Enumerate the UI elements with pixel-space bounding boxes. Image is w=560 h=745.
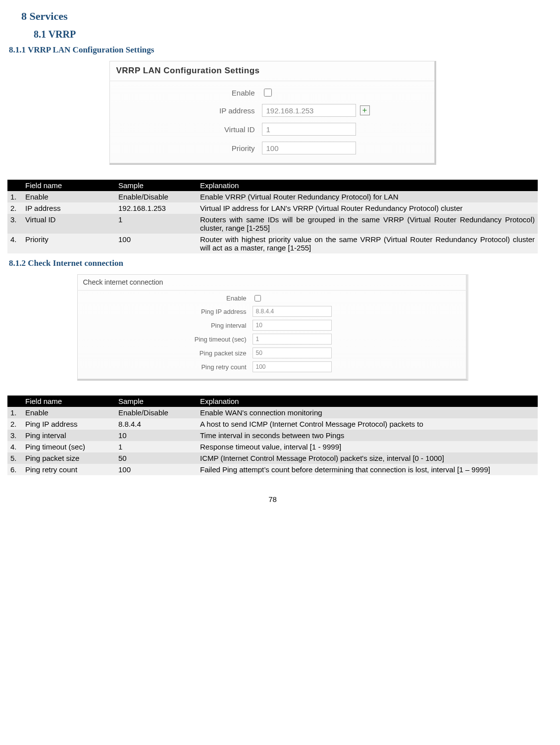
- col-header-num: [7, 396, 22, 407]
- table-cell: 3.: [7, 214, 22, 234]
- enable-checkbox[interactable]: [264, 89, 272, 97]
- table-cell: 4.: [7, 234, 22, 253]
- ping-ip-input[interactable]: [253, 306, 332, 317]
- table-cell: 50: [115, 452, 197, 464]
- table-row: 3.Ping interval10Time interval in second…: [7, 430, 538, 441]
- vrrp-config-panel: VRRP LAN Configuration Settings Enable I…: [109, 61, 436, 165]
- enable-label: Enable: [116, 89, 262, 97]
- panel-title: Check internet connection: [77, 274, 466, 291]
- table-row: 1.EnableEnable/DisableEnable VRRP (Virtu…: [7, 191, 538, 202]
- col-header-value: Sample: [115, 180, 197, 191]
- ping-timeout-input[interactable]: [253, 334, 332, 345]
- table-row: 3.Virtual ID1Routers with same IDs will …: [7, 214, 538, 234]
- table-cell: Ping interval: [22, 430, 115, 441]
- table-cell: 100: [115, 234, 197, 253]
- table-cell: ICMP (Internet Control Message Protocol)…: [197, 452, 538, 464]
- table-cell: Enable/Disable: [115, 191, 197, 202]
- ping-interval-input[interactable]: [253, 320, 332, 331]
- table-cell: 6.: [7, 464, 22, 475]
- enable-checkbox[interactable]: [255, 295, 261, 301]
- col-header-num: [7, 180, 22, 191]
- table-cell: Enable VRRP (Virtual Router Redundancy P…: [197, 191, 538, 202]
- priority-label: Priority: [116, 144, 262, 152]
- ping-packet-size-input[interactable]: [253, 348, 332, 358]
- table-cell: Ping packet size: [22, 452, 115, 464]
- enable-label: Enable: [83, 295, 253, 302]
- table-cell: Enable/Disable: [115, 407, 197, 418]
- table-cell: 3.: [7, 430, 22, 441]
- ping-retry-input[interactable]: [253, 361, 332, 372]
- section-heading-1: 8 Services: [21, 10, 538, 23]
- virtual-id-input[interactable]: [262, 123, 356, 136]
- ip-address-label: IP address: [116, 106, 262, 115]
- table-cell: Enable: [22, 407, 115, 418]
- table-cell: 1.: [7, 407, 22, 418]
- table-row: 6.Ping retry count100Failed Ping attempt…: [7, 464, 538, 475]
- table-cell: 1: [115, 441, 197, 452]
- table-cell: Routers with same IDs will be grouped in…: [197, 214, 538, 234]
- table-cell: Enable: [22, 191, 115, 202]
- table-cell: Enable WAN's connection monitoring: [197, 407, 538, 418]
- table-row: 2.IP address192.168.1.253Virtual IP addr…: [7, 202, 538, 214]
- col-header-name: Field name: [22, 396, 115, 407]
- col-header-value: Sample: [115, 396, 197, 407]
- table-cell: IP address: [22, 202, 115, 214]
- ping-interval-label: Ping interval: [83, 322, 253, 329]
- page-number: 78: [7, 495, 538, 503]
- table-cell: 192.168.1.253: [115, 202, 197, 214]
- table-row: 2.Ping IP address8.8.4.4A host to send I…: [7, 418, 538, 430]
- section-heading-3a: 8.1.1 VRRP LAN Configuration Settings: [9, 45, 538, 55]
- ip-address-input[interactable]: [262, 104, 356, 117]
- panel-title: VRRP LAN Configuration Settings: [109, 61, 435, 81]
- table-cell: Priority: [22, 234, 115, 253]
- table-row: 4.Priority100Router with highest priorit…: [7, 234, 538, 253]
- add-ip-icon[interactable]: +: [360, 105, 370, 115]
- table-cell: 8.8.4.4: [115, 418, 197, 430]
- table-cell: 1.: [7, 191, 22, 202]
- table-cell: A host to send ICMP (Internet Control Me…: [197, 418, 538, 430]
- section-heading-2: 8.1 VRRP: [34, 29, 538, 40]
- col-header-expl: Explanation: [197, 396, 538, 407]
- table-cell: Response timeout value, interval [1 - 99…: [197, 441, 538, 452]
- table-row: 4.Ping timeout (sec)1Response timeout va…: [7, 441, 538, 452]
- priority-input[interactable]: [262, 142, 356, 154]
- ping-timeout-label: Ping timeout (sec): [83, 336, 253, 343]
- table-row: 1.EnableEnable/DisableEnable WAN's conne…: [7, 407, 538, 418]
- col-header-name: Field name: [22, 180, 115, 191]
- table-cell: 10: [115, 430, 197, 441]
- col-header-expl: Explanation: [197, 180, 538, 191]
- vrrp-spec-table: Field name Sample Explanation 1.EnableEn…: [7, 180, 538, 253]
- virtual-id-label: Virtual ID: [116, 125, 262, 134]
- table-cell: 5.: [7, 452, 22, 464]
- table-cell: Router with highest priority value on th…: [197, 234, 538, 253]
- table-cell: 100: [115, 464, 197, 475]
- ping-packet-size-label: Ping packet size: [83, 349, 253, 357]
- table-cell: Virtual IP address for LAN's VRRP (Virtu…: [197, 202, 538, 214]
- ping-ip-label: Ping IP address: [83, 308, 253, 315]
- table-cell: Ping IP address: [22, 418, 115, 430]
- section-heading-3b: 8.1.2 Check Internet connection: [9, 258, 538, 268]
- table-cell: Ping timeout (sec): [22, 441, 115, 452]
- check-internet-panel: Check internet connection Enable Ping IP…: [77, 274, 468, 381]
- table-cell: Failed Ping attempt’s count before deter…: [197, 464, 538, 475]
- table-cell: Virtual ID: [22, 214, 115, 234]
- table-cell: Time interval in seconds between two Pin…: [197, 430, 538, 441]
- table-cell: 1: [115, 214, 197, 234]
- table-cell: 2.: [7, 418, 22, 430]
- table-cell: 2.: [7, 202, 22, 214]
- table-row: 5.Ping packet size50ICMP (Internet Contr…: [7, 452, 538, 464]
- ping-retry-label: Ping retry count: [83, 363, 253, 371]
- check-internet-spec-table: Field name Sample Explanation 1.EnableEn…: [7, 396, 538, 475]
- table-cell: Ping retry count: [22, 464, 115, 475]
- table-cell: 4.: [7, 441, 22, 452]
